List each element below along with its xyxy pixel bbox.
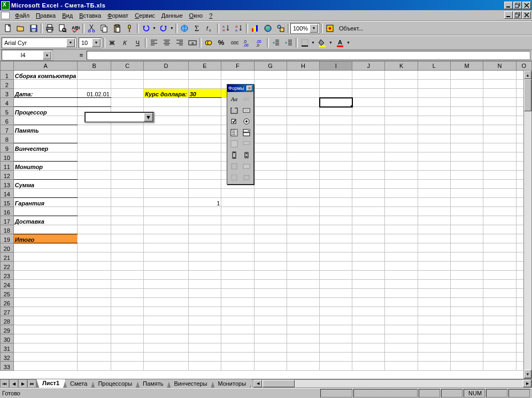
tab-nav-last[interactable]: ⏭	[27, 379, 36, 388]
button-control-icon[interactable]	[241, 104, 252, 116]
cell-N31[interactable]	[483, 343, 516, 353]
cell-E31[interactable]	[188, 343, 221, 353]
cell-L17[interactable]	[418, 216, 450, 225]
borders-dropdown[interactable]: ▼	[311, 41, 315, 44]
cell-C26[interactable]	[111, 298, 143, 307]
cell-G4[interactable]	[254, 98, 287, 107]
cell-H30[interactable]	[287, 334, 319, 343]
listbox-control-icon[interactable]	[228, 127, 240, 138]
cell-H12[interactable]	[287, 171, 319, 180]
cell-B16[interactable]	[78, 207, 111, 216]
cell-M9[interactable]	[450, 143, 483, 152]
sheet-tab-0[interactable]: Лист1	[36, 379, 66, 388]
function-button[interactable]: fx	[204, 22, 216, 34]
new-button[interactable]	[2, 22, 14, 34]
cell-H13[interactable]	[287, 180, 319, 189]
cell-J17[interactable]	[352, 216, 385, 225]
menu-окно[interactable]: Окно	[186, 11, 206, 20]
cell-A26[interactable]	[13, 298, 78, 307]
cell-I9[interactable]	[320, 143, 352, 152]
cell-J24[interactable]	[352, 280, 385, 289]
cell-A6[interactable]	[13, 116, 78, 125]
fill-dropdown[interactable]: ▼	[329, 41, 333, 44]
close-button[interactable]	[522, 2, 531, 9]
cell-N2[interactable]	[483, 80, 516, 89]
cell-E20[interactable]	[188, 243, 221, 252]
cell-C20[interactable]	[111, 243, 143, 252]
cell-F32[interactable]	[221, 353, 254, 362]
cell-M30[interactable]	[450, 334, 483, 343]
cell-B13[interactable]	[78, 180, 111, 189]
cell-A13[interactable]: Сумма	[13, 180, 78, 189]
cell-D10[interactable]	[144, 152, 188, 162]
cell-J14[interactable]	[352, 189, 385, 198]
cell-A32[interactable]	[13, 353, 78, 362]
cell-N19[interactable]	[483, 234, 516, 243]
cell-D30[interactable]	[144, 334, 188, 343]
cell-J30[interactable]	[352, 334, 385, 343]
cell-E1[interactable]	[188, 71, 221, 80]
cell-N27[interactable]	[483, 307, 516, 316]
cell-I11[interactable]	[320, 162, 352, 171]
row-header-19[interactable]: 19	[1, 234, 14, 243]
menu-сервис[interactable]: Сервис	[132, 11, 158, 20]
cell-L10[interactable]	[418, 152, 450, 162]
cell-G17[interactable]	[254, 216, 287, 225]
cell-J33[interactable]	[352, 362, 385, 371]
cell-G7[interactable]	[254, 125, 287, 134]
cell-F14[interactable]	[221, 189, 254, 198]
cell-J29[interactable]	[352, 325, 385, 334]
cell-G19[interactable]	[254, 234, 287, 243]
cell-J10[interactable]	[352, 152, 385, 162]
cell-A25[interactable]	[13, 289, 78, 298]
cell-B31[interactable]	[78, 343, 111, 353]
row-header-28[interactable]: 28	[1, 316, 14, 325]
row-header-11[interactable]: 11	[1, 162, 14, 171]
cell-E6[interactable]	[188, 116, 221, 125]
excel-app-icon[interactable]	[1, 1, 10, 10]
cell-D15[interactable]	[144, 198, 188, 207]
cell-M17[interactable]	[450, 216, 483, 225]
cell-A17[interactable]: Доставка	[13, 216, 78, 225]
cell-I16[interactable]	[320, 207, 352, 216]
cell-M16[interactable]	[450, 207, 483, 216]
combolist-control-icon[interactable]	[228, 138, 240, 149]
cell-N26[interactable]	[483, 298, 516, 307]
cell-N29[interactable]	[483, 325, 516, 334]
row-header-4[interactable]: 4	[1, 98, 14, 107]
cell-H33[interactable]	[287, 362, 319, 371]
scroll-up-button[interactable]: ▲	[524, 71, 531, 79]
cell-J20[interactable]	[352, 243, 385, 252]
cell-E11[interactable]	[188, 162, 221, 171]
sort-asc-button[interactable]: АЯ	[220, 22, 232, 34]
col-header-H[interactable]: H	[287, 62, 319, 71]
cell-J6[interactable]	[352, 116, 385, 125]
cell-L3[interactable]	[418, 89, 450, 98]
cell-E3[interactable]: 30	[188, 89, 221, 98]
cell-E25[interactable]	[188, 289, 221, 298]
properties-button-icon[interactable]	[228, 160, 240, 172]
cell-K20[interactable]	[385, 243, 418, 252]
combodropdown-control-icon[interactable]	[241, 138, 252, 149]
cell-M7[interactable]	[450, 125, 483, 134]
fontcolor-dropdown[interactable]: ▼	[346, 41, 351, 44]
cell-E24[interactable]	[188, 280, 221, 289]
cell-K7[interactable]	[385, 125, 418, 134]
row-header-13[interactable]: 13	[1, 180, 14, 189]
cell-I27[interactable]	[320, 307, 352, 316]
cell-L26[interactable]	[418, 298, 450, 307]
percent-button[interactable]: %	[215, 37, 227, 49]
cell-A5[interactable]: Процессор	[13, 107, 78, 116]
cell-L9[interactable]	[418, 143, 450, 152]
cell-E10[interactable]	[188, 152, 221, 162]
cell-E33[interactable]	[188, 362, 221, 371]
cell-A9[interactable]: Винчестер	[13, 143, 78, 152]
cell-I31[interactable]	[320, 343, 352, 353]
cell-H27[interactable]	[287, 307, 319, 316]
groupbox-control-icon[interactable]	[228, 104, 240, 116]
col-header-K[interactable]: K	[385, 62, 418, 71]
cell-I7[interactable]	[320, 125, 352, 134]
cell-M10[interactable]	[450, 152, 483, 162]
cell-D12[interactable]	[144, 171, 188, 180]
cell-D27[interactable]	[144, 307, 188, 316]
